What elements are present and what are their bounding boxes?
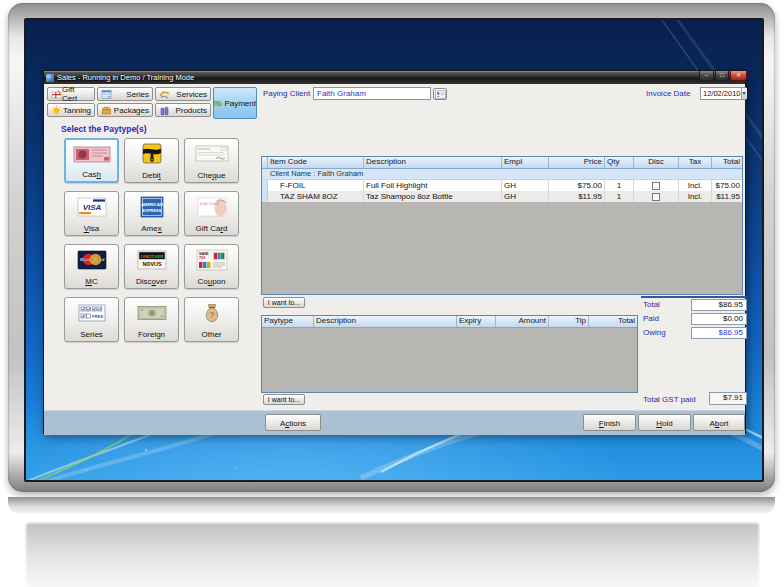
toolbar-series-button[interactable]: Series — [97, 87, 153, 101]
paytype-series-button[interactable]: FREE Series — [64, 297, 119, 342]
svg-text:DISCOVER: DISCOVER — [140, 254, 164, 259]
paytype-foreign-label: Foreign — [125, 330, 178, 339]
paytype-series-label: Series — [65, 330, 118, 339]
window-title: Sales - Running in Demo / Training Mode — [57, 71, 194, 84]
toolbar-payment-button-active[interactable]: Payment — [213, 87, 257, 119]
items-header-price[interactable]: Price — [549, 157, 605, 168]
payments-header-total[interactable]: Total — [589, 316, 637, 327]
paying-client-input[interactable] — [313, 87, 431, 100]
toolbar-gift-cert-label: Gift Cert — [62, 85, 91, 103]
payments-header-paytype[interactable]: Paytype — [262, 316, 314, 327]
item-tax-cell: Incl. — [679, 180, 712, 191]
payments-header-expiry[interactable]: Expiry — [457, 316, 496, 327]
paytype-discover-button[interactable]: DISCOVER NOVUS Discover — [124, 244, 179, 289]
svg-text:AMERICAN: AMERICAN — [141, 202, 163, 207]
toolbar-gift-cert-button[interactable]: Gift Cert — [47, 87, 95, 101]
svg-text:Gift Card: Gift Card — [200, 201, 220, 206]
svg-text:?: ? — [209, 310, 214, 320]
dropdown-arrow-icon[interactable]: ▼ — [741, 88, 747, 99]
item-empl-cell: GH — [502, 191, 549, 202]
discount-checkbox[interactable] — [652, 182, 660, 190]
paytype-foreign-button[interactable]: Foreign — [124, 297, 179, 342]
items-header-qty[interactable]: Qty — [605, 157, 634, 168]
owing-label: Owing — [643, 328, 666, 337]
paytype-other-button[interactable]: ? Other — [184, 297, 239, 342]
minimize-button[interactable]: – — [699, 71, 714, 81]
paytype-mc-button[interactable]: MasterCard MC — [64, 244, 119, 289]
item-empl-cell: GH — [502, 180, 549, 191]
total-label: Total — [643, 300, 660, 309]
item-row[interactable]: TAZ SHAM 8OZ Taz Shampoo 8oz Bottle GH $… — [262, 191, 742, 202]
toolbar-tanning-button[interactable]: Tanning — [47, 103, 95, 117]
paytype-visa-button[interactable]: VISA Visa — [64, 191, 119, 236]
paying-client-label: Paying Client — [263, 89, 310, 98]
item-disc-cell — [634, 191, 679, 202]
svg-text:NOVUS: NOVUS — [142, 261, 162, 267]
toolbar-series-label: Series — [126, 90, 149, 99]
actions-button[interactable]: Actions — [265, 414, 321, 431]
maximize-button[interactable]: □ — [715, 71, 729, 81]
paytype-amex-button[interactable]: AMERICAN EXPRESS Amex — [124, 191, 179, 236]
sales-window: Sales - Running in Demo / Training Mode … — [43, 70, 746, 434]
paytype-grid: Cash Debit — [64, 138, 239, 342]
paytype-gift-card-button[interactable]: Gift Card Gift Card — [184, 191, 239, 236]
item-code-cell: TAZ SHAM 8OZ — [268, 191, 364, 202]
item-description-cell: Full Foil Highlight — [364, 180, 502, 191]
item-price-cell: $11.95 — [549, 191, 605, 202]
abort-button[interactable]: Abort — [693, 414, 745, 431]
payments-i-want-to-button[interactable]: I want to... — [263, 394, 305, 405]
toolbar-packages-button[interactable]: Packages — [97, 103, 153, 117]
foreign-currency-icon — [132, 302, 172, 324]
paid-label: Paid — [643, 314, 659, 323]
items-header-tax[interactable]: Tax — [679, 157, 712, 168]
finish-button[interactable]: Finish — [583, 414, 636, 431]
paytype-coupon-label: Coupon — [185, 277, 238, 286]
paytype-cash-button[interactable]: Cash — [64, 138, 119, 183]
toolbar-products-button[interactable]: Products — [155, 103, 211, 117]
svg-text:FREE: FREE — [92, 314, 103, 319]
items-header-empl[interactable]: Empl — [502, 157, 549, 168]
payments-header-description[interactable]: Description — [314, 316, 457, 327]
svg-text:EXPRESS: EXPRESS — [142, 208, 161, 213]
paytype-coupon-button[interactable]: SAVE 75¢ Coupon — [184, 244, 239, 289]
toolbar-tanning-label: Tanning — [63, 106, 91, 115]
paid-value: $0.00 — [691, 313, 747, 325]
hold-button[interactable]: Hold — [638, 414, 691, 431]
mastercard-icon: MasterCard — [72, 249, 112, 271]
payments-header-amount[interactable]: Amount — [496, 316, 549, 327]
toolbar-services-label: Services — [176, 90, 207, 99]
svg-text:VISA: VISA — [82, 203, 101, 212]
other-moneybag-icon: ? — [192, 302, 232, 324]
invoice-date-label: Invoice Date — [646, 89, 690, 98]
totals-separator — [641, 296, 747, 298]
discount-checkbox[interactable] — [652, 193, 660, 201]
client-lookup-button[interactable] — [433, 88, 447, 100]
gst-value: $7.91 — [709, 392, 747, 405]
coupon-icon: SAVE 75¢ — [192, 249, 232, 271]
items-header-description[interactable]: Description — [364, 157, 502, 168]
desktop-wallpaper: Sales - Running in Demo / Training Mode … — [24, 18, 764, 482]
toolbar-payment-label: Payment — [224, 99, 256, 108]
paytype-debit-button[interactable]: Debit — [124, 138, 179, 183]
monitor-reflection-edge — [8, 497, 775, 514]
toolbar-services-button[interactable]: Services — [155, 87, 211, 101]
total-value: $86.95 — [691, 299, 747, 311]
paytype-cheque-label: Cheque — [185, 171, 238, 180]
visa-card-icon: VISA — [72, 196, 112, 218]
cheque-icon — [192, 143, 232, 165]
tanning-sun-icon — [51, 105, 62, 116]
paytype-cheque-button[interactable]: Cheque — [184, 138, 239, 183]
items-i-want-to-button[interactable]: I want to... — [263, 297, 305, 308]
items-table-header: Item Code Description Empl Price Qty Dis… — [262, 157, 742, 169]
gift-card-icon: Gift Card — [192, 196, 232, 218]
close-button[interactable]: ✕ — [730, 71, 747, 81]
items-header-item-code[interactable]: Item Code — [268, 157, 364, 168]
payments-table: Paytype Description Expiry Amount Tip To… — [261, 315, 638, 393]
paytype-cash-label: Cash — [66, 170, 117, 179]
item-row[interactable]: F-FOIL Full Foil Highlight GH $75.00 1 I… — [262, 180, 742, 191]
items-header-total[interactable]: Total — [712, 157, 742, 168]
payments-header-tip[interactable]: Tip — [549, 316, 589, 327]
items-header-disc[interactable]: Disc — [634, 157, 679, 168]
invoice-date-value: 12/02/2010 — [701, 88, 741, 99]
invoice-date-picker[interactable]: 12/02/2010 ▼ — [700, 87, 746, 100]
